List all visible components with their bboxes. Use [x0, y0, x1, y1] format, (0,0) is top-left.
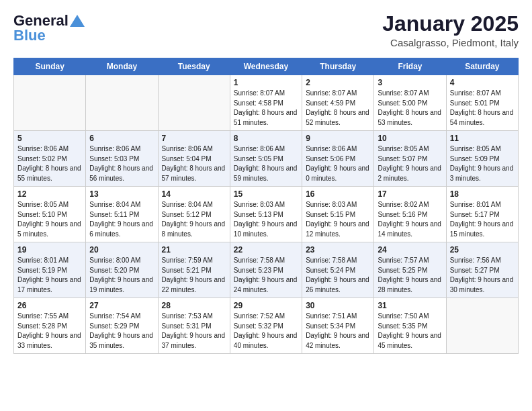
day-number: 31 — [378, 301, 442, 310]
day-info: Sunrise: 8:07 AM Sunset: 4:58 PM Dayligh… — [234, 89, 298, 128]
day-info: Sunrise: 8:06 AM Sunset: 5:05 PM Dayligh… — [234, 144, 298, 183]
day-number: 3 — [378, 78, 442, 87]
header: General Blue January 2025 Casalgrasso, P… — [13, 12, 519, 48]
day-number: 21 — [162, 245, 226, 255]
day-number: 20 — [89, 245, 154, 255]
day-number: 23 — [306, 245, 370, 255]
day-number: 8 — [234, 134, 298, 143]
day-cell-15: 15Sunrise: 8:03 AM Sunset: 5:13 PM Dayli… — [230, 187, 302, 242]
day-info: Sunrise: 7:54 AM Sunset: 5:29 PM Dayligh… — [89, 312, 154, 351]
day-number: 26 — [17, 301, 82, 310]
day-number: 13 — [89, 189, 154, 199]
day-number: 16 — [306, 189, 370, 199]
day-number: 9 — [306, 134, 370, 143]
day-cell-19: 19Sunrise: 8:01 AM Sunset: 5:19 PM Dayli… — [14, 242, 86, 298]
logo-icon — [70, 15, 85, 27]
weekday-sunday: Sunday — [14, 58, 86, 75]
day-number: 15 — [234, 189, 298, 199]
day-number: 14 — [162, 189, 226, 199]
empty-cell — [86, 75, 158, 131]
day-cell-25: 25Sunrise: 7:56 AM Sunset: 5:27 PM Dayli… — [446, 242, 518, 298]
day-number: 10 — [378, 134, 442, 143]
location: Casalgrasso, Piedmont, Italy — [382, 37, 519, 48]
day-info: Sunrise: 7:57 AM Sunset: 5:25 PM Dayligh… — [378, 256, 442, 295]
day-info: Sunrise: 7:58 AM Sunset: 5:24 PM Dayligh… — [306, 256, 370, 295]
day-info: Sunrise: 8:06 AM Sunset: 5:04 PM Dayligh… — [162, 144, 226, 183]
day-info: Sunrise: 7:50 AM Sunset: 5:35 PM Dayligh… — [378, 312, 442, 351]
day-number: 6 — [89, 134, 154, 143]
day-number: 22 — [234, 245, 298, 255]
day-info: Sunrise: 8:06 AM Sunset: 5:06 PM Dayligh… — [306, 144, 370, 183]
week-row-2: 5Sunrise: 8:06 AM Sunset: 5:02 PM Daylig… — [14, 131, 519, 187]
title-block: January 2025 Casalgrasso, Piedmont, Ital… — [382, 12, 519, 48]
day-cell-28: 28Sunrise: 7:53 AM Sunset: 5:31 PM Dayli… — [158, 298, 230, 354]
day-cell-4: 4Sunrise: 8:07 AM Sunset: 5:01 PM Daylig… — [446, 75, 518, 131]
day-cell-1: 1Sunrise: 8:07 AM Sunset: 4:58 PM Daylig… — [230, 75, 302, 131]
weekday-saturday: Saturday — [446, 58, 518, 75]
day-info: Sunrise: 8:02 AM Sunset: 5:16 PM Dayligh… — [378, 200, 442, 239]
week-row-1: 1Sunrise: 8:07 AM Sunset: 4:58 PM Daylig… — [14, 75, 519, 131]
day-info: Sunrise: 8:05 AM Sunset: 5:07 PM Dayligh… — [378, 144, 442, 183]
day-cell-6: 6Sunrise: 8:06 AM Sunset: 5:03 PM Daylig… — [86, 131, 158, 187]
week-row-5: 26Sunrise: 7:55 AM Sunset: 5:28 PM Dayli… — [14, 298, 519, 354]
day-info: Sunrise: 8:06 AM Sunset: 5:02 PM Dayligh… — [17, 144, 82, 183]
day-cell-18: 18Sunrise: 8:01 AM Sunset: 5:17 PM Dayli… — [446, 187, 518, 242]
day-number: 17 — [378, 189, 442, 199]
day-cell-31: 31Sunrise: 7:50 AM Sunset: 5:35 PM Dayli… — [374, 298, 446, 354]
day-cell-29: 29Sunrise: 7:52 AM Sunset: 5:32 PM Dayli… — [230, 298, 302, 354]
day-info: Sunrise: 8:06 AM Sunset: 5:03 PM Dayligh… — [89, 144, 154, 183]
day-number: 2 — [306, 78, 370, 87]
calendar-table: SundayMondayTuesdayWednesdayThursdayFrid… — [13, 58, 519, 354]
day-cell-16: 16Sunrise: 8:03 AM Sunset: 5:15 PM Dayli… — [302, 187, 374, 242]
day-number: 1 — [234, 78, 298, 87]
day-number: 25 — [450, 245, 515, 255]
day-cell-26: 26Sunrise: 7:55 AM Sunset: 5:28 PM Dayli… — [14, 298, 86, 354]
weekday-monday: Monday — [86, 58, 158, 75]
day-info: Sunrise: 8:03 AM Sunset: 5:15 PM Dayligh… — [306, 200, 370, 239]
day-info: Sunrise: 8:05 AM Sunset: 5:10 PM Dayligh… — [17, 200, 82, 239]
day-number: 29 — [234, 301, 298, 310]
day-cell-8: 8Sunrise: 8:06 AM Sunset: 5:05 PM Daylig… — [230, 131, 302, 187]
empty-cell — [446, 298, 518, 354]
day-cell-13: 13Sunrise: 8:04 AM Sunset: 5:11 PM Dayli… — [86, 187, 158, 242]
day-info: Sunrise: 8:07 AM Sunset: 5:01 PM Dayligh… — [450, 89, 515, 128]
day-number: 5 — [17, 134, 82, 143]
day-cell-5: 5Sunrise: 8:06 AM Sunset: 5:02 PM Daylig… — [14, 131, 86, 187]
day-number: 11 — [450, 134, 515, 143]
day-info: Sunrise: 7:55 AM Sunset: 5:28 PM Dayligh… — [17, 312, 82, 351]
day-number: 27 — [89, 301, 154, 310]
logo: General Blue — [13, 12, 85, 44]
weekday-thursday: Thursday — [302, 58, 374, 75]
weekday-tuesday: Tuesday — [158, 58, 230, 75]
day-cell-2: 2Sunrise: 8:07 AM Sunset: 4:59 PM Daylig… — [302, 75, 374, 131]
day-cell-14: 14Sunrise: 8:04 AM Sunset: 5:12 PM Dayli… — [158, 187, 230, 242]
day-info: Sunrise: 7:52 AM Sunset: 5:32 PM Dayligh… — [234, 312, 298, 351]
weekday-header-row: SundayMondayTuesdayWednesdayThursdayFrid… — [14, 58, 519, 75]
day-cell-3: 3Sunrise: 8:07 AM Sunset: 5:00 PM Daylig… — [374, 75, 446, 131]
day-number: 4 — [450, 78, 515, 87]
page-container: General Blue January 2025 Casalgrasso, P… — [0, 0, 532, 361]
day-info: Sunrise: 8:04 AM Sunset: 5:12 PM Dayligh… — [162, 200, 226, 239]
day-info: Sunrise: 7:53 AM Sunset: 5:31 PM Dayligh… — [162, 312, 226, 351]
day-info: Sunrise: 8:03 AM Sunset: 5:13 PM Dayligh… — [234, 200, 298, 239]
day-info: Sunrise: 7:58 AM Sunset: 5:23 PM Dayligh… — [234, 256, 298, 295]
day-number: 28 — [162, 301, 226, 310]
empty-cell — [158, 75, 230, 131]
day-info: Sunrise: 7:56 AM Sunset: 5:27 PM Dayligh… — [450, 256, 515, 295]
day-cell-22: 22Sunrise: 7:58 AM Sunset: 5:23 PM Dayli… — [230, 242, 302, 298]
day-cell-12: 12Sunrise: 8:05 AM Sunset: 5:10 PM Dayli… — [14, 187, 86, 242]
day-cell-30: 30Sunrise: 7:51 AM Sunset: 5:34 PM Dayli… — [302, 298, 374, 354]
day-cell-11: 11Sunrise: 8:05 AM Sunset: 5:09 PM Dayli… — [446, 131, 518, 187]
logo-blue: Blue — [13, 27, 46, 44]
week-row-3: 12Sunrise: 8:05 AM Sunset: 5:10 PM Dayli… — [14, 187, 519, 242]
day-cell-9: 9Sunrise: 8:06 AM Sunset: 5:06 PM Daylig… — [302, 131, 374, 187]
day-info: Sunrise: 8:05 AM Sunset: 5:09 PM Dayligh… — [450, 144, 515, 183]
day-cell-17: 17Sunrise: 8:02 AM Sunset: 5:16 PM Dayli… — [374, 187, 446, 242]
day-info: Sunrise: 7:51 AM Sunset: 5:34 PM Dayligh… — [306, 312, 370, 351]
day-cell-24: 24Sunrise: 7:57 AM Sunset: 5:25 PM Dayli… — [374, 242, 446, 298]
day-number: 24 — [378, 245, 442, 255]
weekday-friday: Friday — [374, 58, 446, 75]
day-cell-20: 20Sunrise: 8:00 AM Sunset: 5:20 PM Dayli… — [86, 242, 158, 298]
day-info: Sunrise: 7:59 AM Sunset: 5:21 PM Dayligh… — [162, 256, 226, 295]
day-number: 30 — [306, 301, 370, 310]
